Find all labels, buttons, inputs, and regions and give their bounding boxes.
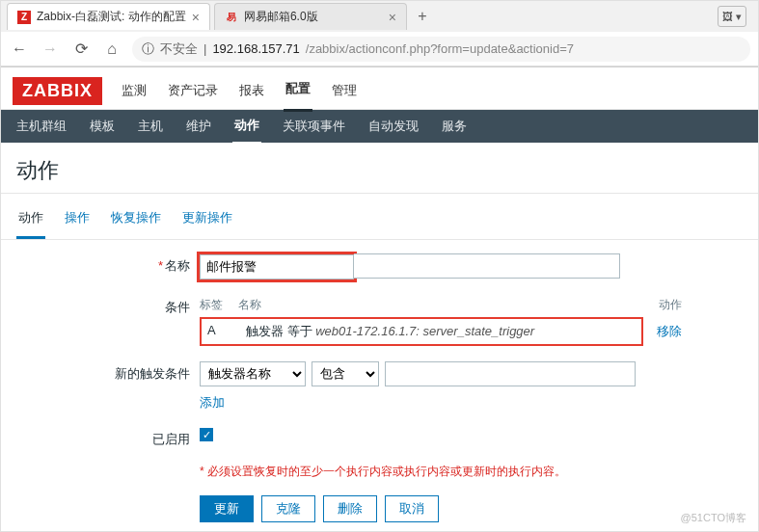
nav-inventory[interactable]: 资产记录 <box>166 72 220 111</box>
remove-condition-link[interactable]: 移除 <box>657 324 682 338</box>
name-label: *名称 <box>16 253 200 275</box>
enabled-label: 已启用 <box>16 427 200 448</box>
new-condition-label: 新的触发条件 <box>16 361 200 383</box>
tab-action[interactable]: 动作 <box>16 201 45 239</box>
close-icon[interactable]: × <box>192 10 200 25</box>
cancel-button[interactable]: 取消 <box>385 495 439 522</box>
insecure-label: 不安全 <box>160 40 198 58</box>
nav-configuration[interactable]: 配置 <box>284 70 312 112</box>
address-bar[interactable]: ⓘ 不安全 | 192.168.157.71/zabbix/actionconf… <box>132 37 750 62</box>
main-nav: 监测 资产记录 报表 配置 管理 <box>120 70 359 112</box>
subnav-templates[interactable]: 模板 <box>88 110 117 143</box>
browser-tab-active[interactable]: Z Zabbix-白磊测试: 动作的配置 × <box>7 3 210 30</box>
new-tab-button[interactable]: + <box>411 5 434 28</box>
delete-button[interactable]: 删除 <box>323 495 377 522</box>
condition-op-select[interactable]: 包含 <box>312 361 379 386</box>
tab-update[interactable]: 更新操作 <box>180 201 234 239</box>
add-condition-link[interactable]: 添加 <box>200 395 225 410</box>
subnav-actions[interactable]: 动作 <box>232 109 261 145</box>
forward-button[interactable]: → <box>40 39 61 60</box>
tab-title: Zabbix-白磊测试: 动作的配置 <box>37 9 186 25</box>
subnav-event-correlation[interactable]: 关联项事件 <box>281 110 347 143</box>
cond-col-tag: 标签 <box>200 297 238 313</box>
condition-name: 触发器 等于 web01-172.16.1.7: server_state_tr… <box>246 323 636 340</box>
info-icon: ⓘ <box>142 40 154 58</box>
zabbix-logo[interactable]: ZABBIX <box>13 77 102 105</box>
back-button[interactable]: ← <box>9 39 30 60</box>
browser-tab-inactive[interactable]: 易 网易邮箱6.0版 × <box>214 3 407 30</box>
condition-tag: A <box>207 323 246 340</box>
update-button[interactable]: 更新 <box>200 495 254 522</box>
tab-recovery[interactable]: 恢复操作 <box>109 201 163 239</box>
subnav-hosts[interactable]: 主机 <box>136 110 165 143</box>
condition-type-select[interactable]: 触发器名称 <box>200 361 306 386</box>
enabled-checkbox[interactable]: ✓ <box>200 428 213 441</box>
clone-button[interactable]: 克隆 <box>261 495 315 522</box>
condition-value-input[interactable] <box>385 361 636 386</box>
image-dropdown-button[interactable]: 🖼 ▾ <box>718 6 746 27</box>
nav-monitoring[interactable]: 监测 <box>120 72 149 111</box>
nav-administration[interactable]: 管理 <box>330 72 359 111</box>
page-title: 动作 <box>1 143 758 194</box>
divider: | <box>203 41 206 56</box>
subnav-services[interactable]: 服务 <box>440 110 469 143</box>
mail-favicon: 易 <box>225 11 238 24</box>
url-path: /zabbix/actionconf.php?form=update&actio… <box>306 41 574 56</box>
tab-operations[interactable]: 操作 <box>63 201 92 239</box>
watermark: @51CTO博客 <box>681 511 746 525</box>
cond-col-name: 名称 <box>238 297 643 313</box>
info-text: * 必须设置恢复时的至少一个执行内容或执行内容或更新时的执行内容。 <box>200 464 682 480</box>
sub-nav: 主机群组 模板 主机 维护 动作 关联项事件 自动发现 服务 <box>1 110 758 143</box>
home-button[interactable]: ⌂ <box>101 39 122 60</box>
conditions-label: 条件 <box>16 295 200 316</box>
subnav-discovery[interactable]: 自动发现 <box>366 110 420 143</box>
page-tabs: 动作 操作 恢复操作 更新操作 <box>1 194 758 240</box>
subnav-maintenance[interactable]: 维护 <box>184 110 213 143</box>
close-icon[interactable]: × <box>389 10 396 25</box>
browser-chrome: Z Zabbix-白磊测试: 动作的配置 × 易 网易邮箱6.0版 × + 🖼 … <box>1 1 758 67</box>
name-input[interactable] <box>200 254 354 279</box>
zabbix-header: ZABBIX 监测 资产记录 报表 配置 管理 <box>1 67 758 110</box>
subnav-hostgroups[interactable]: 主机群组 <box>14 110 68 143</box>
cond-col-action: 动作 <box>643 297 682 313</box>
form-area: *名称 条件 标签 名称 动作 A 触发器 等于 web01-172.16.1.… <box>1 240 758 532</box>
nav-reports[interactable]: 报表 <box>237 72 266 111</box>
reload-button[interactable]: ⟳ <box>70 39 92 60</box>
tab-title: 网易邮箱6.0版 <box>244 9 318 25</box>
name-input-ext[interactable] <box>354 253 620 279</box>
url-host: 192.168.157.71 <box>212 41 299 56</box>
zabbix-favicon: Z <box>17 11 31 24</box>
